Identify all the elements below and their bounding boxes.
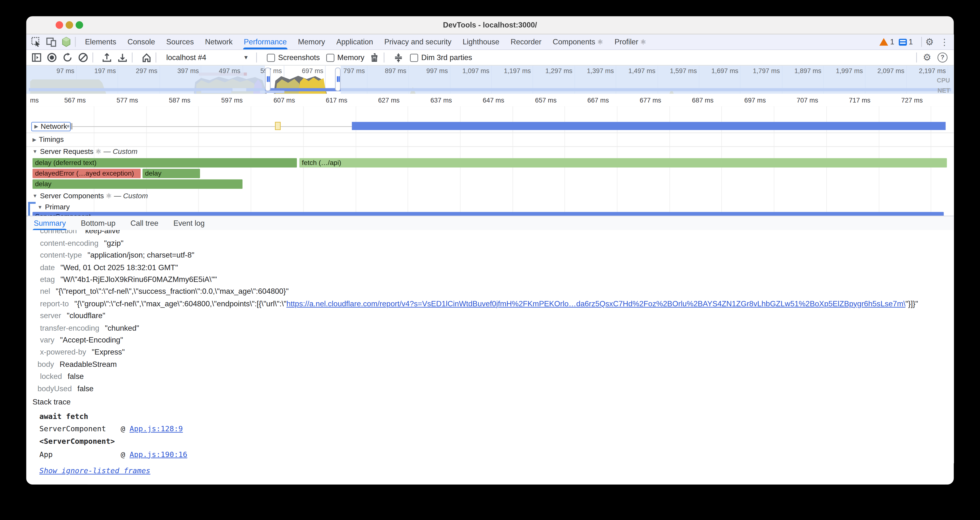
- screenshots-checkbox[interactable]: [267, 54, 275, 62]
- tab-memory[interactable]: Memory: [292, 35, 331, 49]
- flame-bar-delayed-error[interactable]: delayedError (…ayed exception): [33, 169, 141, 178]
- home-icon[interactable]: [141, 52, 152, 62]
- warning-icon[interactable]: [880, 38, 888, 46]
- toolbar-divider: [92, 52, 93, 62]
- header-row-locked: lockedfalse: [26, 371, 954, 383]
- more-options-kebab-icon[interactable]: ⋮: [940, 37, 949, 47]
- details-tab-event-log[interactable]: Event log: [166, 216, 212, 231]
- header-value: "chunked": [105, 323, 139, 332]
- message-count[interactable]: 1: [908, 38, 913, 46]
- flame-bar-delay-deferred[interactable]: delay (deferred text): [33, 158, 297, 168]
- clear-button[interactable]: [77, 52, 89, 62]
- overview-right-handle[interactable]: [335, 68, 340, 91]
- tab-elements[interactable]: Elements: [80, 35, 122, 49]
- header-value-link[interactable]: https://a.nel.cloudflare.com/report/v4?s…: [286, 299, 905, 308]
- tab-profiler[interactable]: Profiler⚛: [609, 35, 652, 49]
- inspect-element-icon[interactable]: [31, 37, 41, 47]
- network-request-blue[interactable]: [352, 122, 945, 130]
- tab-recorder[interactable]: Recorder: [505, 35, 547, 49]
- tab-lighthouse[interactable]: Lighthouse: [457, 35, 505, 49]
- server-requests-track-label[interactable]: ▼Server Requests⚛ — Custom: [33, 148, 137, 156]
- flame-bar-fetch[interactable]: fetch (…/api): [299, 158, 947, 168]
- dim-3rd-parties-checkbox[interactable]: [410, 54, 418, 62]
- overview-tick-label: 1,297 ms: [546, 67, 573, 74]
- flame-chart[interactable]: ▶Network ▶Timings ▼Server Requests⚛ — Cu…: [26, 107, 954, 216]
- device-toolbar-icon[interactable]: [46, 37, 56, 47]
- overview-tick-label: 1,597 ms: [670, 67, 697, 74]
- details-tab-call-tree[interactable]: Call tree: [123, 216, 166, 231]
- header-value: "Wed, 01 Oct 2025 18:32:01 GMT": [60, 263, 178, 272]
- overview-tick-label: 1,497 ms: [628, 67, 655, 74]
- save-profile-icon[interactable]: [117, 52, 128, 62]
- tab-application[interactable]: Application: [331, 35, 379, 49]
- tab-privacy-and-security[interactable]: Privacy and security: [379, 35, 457, 49]
- tab-console[interactable]: Console: [122, 35, 161, 49]
- record-and-reload-button[interactable]: [62, 52, 73, 62]
- tabbar-divider: [75, 37, 76, 47]
- record-button[interactable]: [46, 52, 57, 62]
- toggle-sidebar-icon[interactable]: [30, 52, 42, 62]
- disclosure-triangle-icon[interactable]: ▶: [33, 137, 37, 143]
- flame-bar-delay[interactable]: delay: [33, 180, 243, 189]
- header-value: "}]}": [905, 299, 918, 308]
- header-row-nel: nel"{\"report_to\":\"cf-nel\",\"success_…: [26, 286, 954, 298]
- net-lane-label: NET: [937, 87, 950, 94]
- help-icon[interactable]: ?: [937, 52, 947, 62]
- flame-bar-server-component[interactable]: ServerComponent: [33, 212, 944, 216]
- tabbar-divider: [921, 37, 922, 47]
- stack-frame: await fetch: [39, 410, 116, 423]
- header-value: false: [68, 372, 84, 381]
- settings-gear-icon[interactable]: ⚙: [925, 37, 934, 47]
- overview-tick-label: 697 ms: [302, 67, 323, 74]
- tab-network[interactable]: Network: [199, 35, 238, 49]
- flame-bar-delay[interactable]: delay: [143, 169, 200, 178]
- ruler-tick-label: 577 ms: [116, 96, 138, 104]
- header-key: locked: [40, 372, 62, 381]
- header-row-report-to: report-to"{\"group\":\"cf-nel\",\"max_ag…: [26, 298, 954, 310]
- toolbar-right: ⚙ ?: [912, 52, 954, 62]
- disclosure-triangle-icon[interactable]: ▶: [35, 124, 38, 129]
- stack-frame-function: App: [39, 448, 116, 460]
- header-key: content-encoding: [40, 239, 99, 247]
- garbage-collect-icon[interactable]: [369, 52, 380, 62]
- capture-settings-gear-icon[interactable]: ⚙: [923, 52, 931, 62]
- details-tab-summary[interactable]: Summary: [26, 216, 73, 231]
- disclosure-triangle-icon[interactable]: ▼: [33, 193, 38, 199]
- header-key: vary: [40, 336, 54, 344]
- tab-performance[interactable]: Performance: [238, 35, 293, 49]
- tab-sources[interactable]: Sources: [161, 35, 199, 49]
- tab-components[interactable]: Components⚛: [547, 35, 609, 49]
- header-key: x-powered-by: [40, 348, 86, 356]
- details-tab-bottom-up[interactable]: Bottom-up: [73, 216, 123, 231]
- ruler-tick-label: 597 ms: [221, 96, 243, 104]
- collapse-icon[interactable]: [393, 52, 404, 62]
- header-value: "Accept-Encoding": [60, 336, 123, 344]
- warning-count[interactable]: 1: [890, 38, 894, 46]
- header-key: content-type: [40, 251, 82, 259]
- memory-label: Memory: [337, 53, 364, 62]
- tabbar-right-controls: 1 1 ⚙ ⋮: [880, 37, 954, 47]
- memory-checkbox[interactable]: [326, 54, 334, 62]
- network-track-label[interactable]: ▶Network: [31, 122, 71, 131]
- stack-frame-function: <ServerComponent>: [39, 435, 116, 448]
- disclosure-triangle-icon[interactable]: ▼: [33, 149, 38, 154]
- timeline-overview[interactable]: 97 ms197 ms297 ms397 ms497 ms597 ms697 m…: [26, 65, 954, 94]
- stack-frame-location-link[interactable]: App.js:128:9: [129, 425, 183, 433]
- ruler-tick-label: 677 ms: [640, 96, 661, 104]
- stack-frame-location-link[interactable]: App.js:190:16: [129, 450, 187, 458]
- header-value: "gzip": [104, 239, 124, 247]
- show-ignore-listed-frames-link[interactable]: Show ignore-listed frames: [39, 466, 150, 475]
- overview-left-handle[interactable]: [265, 68, 270, 91]
- primary-thread-label[interactable]: ▼Primary: [38, 203, 70, 211]
- network-request-yellow[interactable]: [275, 122, 280, 130]
- disclosure-triangle-icon[interactable]: ▼: [38, 205, 43, 210]
- server-components-track-label[interactable]: ▼Server Components⚛ — Custom: [33, 192, 148, 200]
- react-atom-icon: ⚛: [95, 148, 102, 155]
- timings-track-label[interactable]: ▶Timings: [33, 135, 64, 143]
- history-dropdown[interactable]: localhost #4 ▼: [166, 53, 249, 62]
- ruler-tick-label: 707 ms: [797, 96, 818, 104]
- messages-icon[interactable]: [899, 38, 907, 45]
- performance-toolbar: localhost #4 ▼ Screenshots Memory Dim 3r…: [26, 50, 954, 65]
- overview-tick-label: 1,397 ms: [587, 67, 614, 74]
- load-profile-icon[interactable]: [101, 52, 113, 62]
